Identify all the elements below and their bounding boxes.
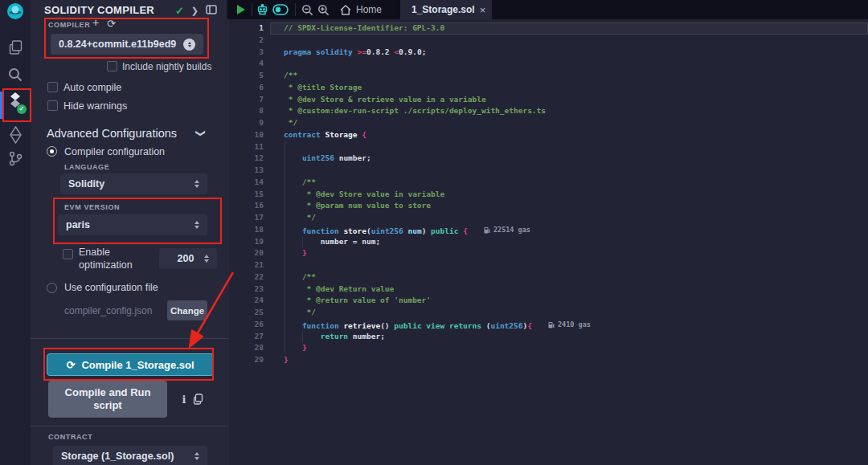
toggle-icon <box>272 4 289 15</box>
code-line: uint256 number; <box>270 153 868 165</box>
line-number: 1 <box>228 22 270 35</box>
code-line: return number; <box>270 331 868 343</box>
solidity-compiler-icon[interactable]: ✓ <box>0 92 31 112</box>
line-number: 12 <box>228 153 270 165</box>
home-tab[interactable]: Home <box>340 0 382 19</box>
enable-optimization-label: Enable optimization <box>79 246 141 272</box>
run-script-play-button[interactable] <box>237 0 245 19</box>
info-icon[interactable]: i <box>178 394 190 406</box>
editor-gutter: 1234567891011121314151617181920212223242… <box>228 22 270 366</box>
code-line: /** <box>270 177 868 189</box>
advanced-configurations-title[interactable]: Advanced Configurations <box>47 127 177 140</box>
compile-and-run-button[interactable]: Compile and Run script <box>48 381 167 418</box>
zoom-out-button[interactable] <box>301 0 313 19</box>
line-number: 16 <box>228 200 270 212</box>
editor-code[interactable]: // SPDX-License-Identifier: GPL-3.0pragm… <box>270 22 868 366</box>
contract-section-label: CONTRACT <box>48 433 92 441</box>
line-number: 27 <box>228 331 270 343</box>
panel-title: SOLIDITY COMPILER <box>44 4 154 16</box>
git-branch-icon[interactable] <box>0 151 31 166</box>
hide-warnings-checkbox[interactable] <box>47 100 58 111</box>
play-icon <box>237 5 245 14</box>
code-line <box>270 141 868 153</box>
line-number: 13 <box>228 165 270 177</box>
line-number: 22 <box>228 271 270 283</box>
gas-pump-icon <box>548 321 555 328</box>
language-label: LANGUAGE <box>64 163 109 171</box>
zoom-in-button[interactable] <box>317 0 330 19</box>
code-line <box>270 259 868 271</box>
line-number: 26 <box>228 319 270 331</box>
line-number: 9 <box>228 117 270 129</box>
line-number: 8 <box>228 105 270 117</box>
solidity-compiler-panel: SOLIDITY COMPILER ✓ ❯ COMPILER + ⟳ 0.8.2… <box>31 0 227 465</box>
gas-estimate: 22514 gas <box>484 224 530 236</box>
use-configuration-file-radio[interactable] <box>47 283 57 293</box>
remix-logo-icon[interactable] <box>0 2 31 20</box>
select-stepper-icon <box>183 39 195 51</box>
code-line: */ <box>270 307 868 319</box>
language-select[interactable]: Solidity <box>60 173 207 194</box>
activity-bar: ✓ <box>0 0 31 465</box>
compiler-section-label: COMPILER <box>48 21 90 29</box>
add-compiler-icon[interactable]: + <box>92 18 99 28</box>
robot-icon <box>256 4 268 16</box>
search-icon[interactable] <box>0 67 31 82</box>
compile-refresh-icon: ⟳ <box>66 360 75 370</box>
compiler-version-select[interactable]: 0.8.24+commit.e11b9ed9 <box>51 34 203 55</box>
separator <box>252 3 252 16</box>
chevron-down-icon[interactable]: ❯ <box>195 129 207 137</box>
compile-success-check-icon: ✓ <box>175 5 184 17</box>
code-line <box>270 58 868 70</box>
file-explorer-icon[interactable] <box>0 40 31 55</box>
select-stepper-icon <box>194 221 199 229</box>
code-line: pragma solidity >=0.8.2 <0.9.0; <box>270 47 868 59</box>
line-number: 3 <box>228 47 270 59</box>
compiler-configuration-label: Compiler configuration <box>64 146 165 157</box>
change-config-button[interactable]: Change <box>167 300 207 320</box>
nightly-builds-checkbox[interactable] <box>107 61 117 71</box>
code-line: * @custom:dev-run-script ./scripts/deplo… <box>270 105 868 117</box>
code-line: * @dev Return value <box>270 283 868 296</box>
compiler-configuration-radio[interactable] <box>47 146 57 157</box>
copy-icon[interactable] <box>193 394 203 408</box>
file-tab-storage[interactable]: 1_Storage.sol × <box>400 0 492 19</box>
panel-layout-icon[interactable] <box>206 3 217 18</box>
deploy-run-ethereum-icon[interactable] <box>0 126 31 144</box>
enable-optimization-checkbox[interactable] <box>63 249 73 259</box>
code-editor[interactable]: 1234567891011121314151617181920212223242… <box>227 19 868 465</box>
remix-ai-assistant-button[interactable] <box>256 0 268 19</box>
chevron-right-icon[interactable]: ❯ <box>191 6 199 16</box>
home-icon <box>340 5 351 15</box>
line-number: 7 <box>228 94 270 106</box>
indent-guide <box>285 141 285 355</box>
ai-toggle-button[interactable] <box>272 0 289 19</box>
line-number: 25 <box>228 307 270 319</box>
contract-select[interactable]: Storage (1_Storage.sol) <box>53 446 207 465</box>
code-line: * @dev Store & retrieve value in a varia… <box>270 94 868 106</box>
compile-button[interactable]: ⟳ Compile 1_Storage.sol <box>47 353 214 376</box>
code-line: function retrieve() public view returns … <box>270 319 868 331</box>
close-tab-icon[interactable]: × <box>480 4 486 16</box>
line-number: 5 <box>228 70 270 82</box>
code-line: * @dev Store value in variable <box>270 189 868 201</box>
reload-compiler-icon[interactable]: ⟳ <box>107 18 116 29</box>
line-number: 29 <box>228 354 270 366</box>
line-number: 15 <box>228 189 270 201</box>
number-stepper-icon <box>204 255 209 263</box>
main-area: Home 1_Storage.sol × 1234567891011121314… <box>227 0 868 465</box>
line-number: 14 <box>228 177 270 189</box>
line-number: 10 <box>228 129 270 141</box>
optimization-runs-input[interactable]: 200 <box>159 248 217 269</box>
compiled-check-badge: ✓ <box>17 104 27 114</box>
line-number: 20 <box>228 247 270 259</box>
evm-version-select[interactable]: paris <box>58 214 207 235</box>
code-line: // SPDX-License-Identifier: GPL-3.0 <box>270 22 868 35</box>
line-number: 23 <box>228 283 270 296</box>
code-line: * @title Storage <box>270 82 868 94</box>
gas-estimate: 2410 gas <box>548 319 591 331</box>
code-line: * @return value of 'number' <box>270 295 868 307</box>
code-line: } <box>270 247 868 259</box>
auto-compile-checkbox[interactable] <box>47 82 58 92</box>
line-number: 24 <box>228 295 270 307</box>
